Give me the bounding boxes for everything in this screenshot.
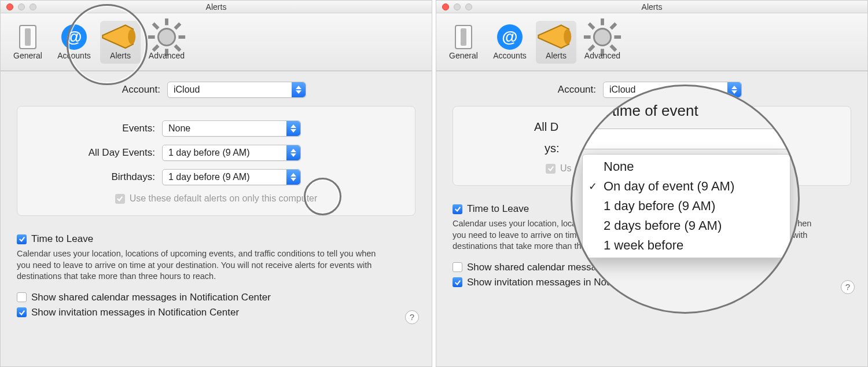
- svg-point-1: [128, 29, 135, 44]
- svg-line-29: [589, 45, 594, 50]
- dropdown-item[interactable]: 2 days before (9 AM): [583, 216, 790, 236]
- birthdays-label-partial: ys:: [545, 142, 560, 155]
- birthdays-label: Birthdays:: [29, 171, 162, 183]
- chevron-updown-icon: [292, 82, 306, 97]
- tab-accounts[interactable]: @ Accounts: [54, 21, 94, 64]
- svg-marker-11: [296, 86, 301, 89]
- time-to-leave-label: Time to Leave: [31, 233, 93, 245]
- svg-marker-17: [290, 173, 296, 177]
- account-select[interactable]: iCloud: [167, 82, 306, 98]
- titlebar: Alerts: [436, 1, 867, 13]
- chevron-updown-icon: [286, 145, 300, 160]
- zoom-overlay: At time of event None ✓On day of event (…: [571, 85, 800, 314]
- dropdown-item[interactable]: None: [583, 157, 790, 177]
- chevron-updown-icon: [286, 170, 300, 185]
- account-label: Account:: [453, 84, 603, 96]
- svg-point-20: [564, 29, 571, 44]
- content-area: Account: iCloud Events: None: [1, 71, 432, 223]
- at-icon: @: [497, 24, 523, 50]
- default-alerts-box: Events: None All Day Events: 1 day befor…: [17, 106, 415, 216]
- tab-accounts[interactable]: @ Accounts: [490, 21, 530, 64]
- show-shared-label: Show shared calendar messages in Notific…: [31, 292, 271, 303]
- megaphone-icon: [536, 23, 576, 51]
- svg-line-27: [611, 45, 616, 50]
- preferences-window-right: Alerts General @ Accounts Alerts Advance…: [436, 0, 868, 367]
- dropdown-item[interactable]: 1 day before (9 AM): [583, 196, 790, 216]
- events-select[interactable]: None: [162, 120, 301, 137]
- svg-point-2: [158, 28, 175, 45]
- svg-line-10: [153, 45, 159, 50]
- show-invite-checkbox[interactable]: [17, 307, 27, 317]
- tab-alerts[interactable]: Alerts: [536, 21, 576, 64]
- svg-marker-31: [731, 90, 737, 94]
- alert-time-dropdown[interactable]: None ✓On day of event (9 AM) 1 day befor…: [582, 154, 790, 258]
- all-day-events-label-partial: All D: [534, 120, 558, 134]
- svg-marker-18: [290, 178, 296, 181]
- tab-advanced[interactable]: Advanced: [582, 21, 623, 64]
- use-defaults-checkbox[interactable]: [546, 164, 556, 174]
- gear-icon: [146, 23, 187, 51]
- switch-icon: [19, 25, 36, 49]
- time-to-leave-checkbox[interactable]: [17, 234, 27, 244]
- use-defaults-row: Use these default alerts on only this co…: [29, 193, 403, 204]
- tab-general[interactable]: General: [8, 21, 48, 64]
- tab-alerts[interactable]: Alerts: [100, 21, 141, 64]
- show-shared-checkbox[interactable]: [17, 292, 27, 302]
- time-to-leave-label: Time to Leave: [467, 203, 529, 215]
- checkmark-icon: ✓: [589, 180, 597, 193]
- gear-icon: [582, 23, 623, 51]
- help-button[interactable]: ?: [841, 280, 855, 294]
- all-day-events-select[interactable]: 1 day before (9 AM): [162, 145, 301, 161]
- megaphone-icon: [100, 23, 141, 51]
- svg-marker-12: [296, 90, 301, 94]
- preferences-window-left: Alerts General @ Accounts Alerts Advance…: [0, 0, 432, 367]
- preferences-toolbar: General @ Accounts Alerts Advanced: [1, 13, 432, 71]
- svg-line-9: [175, 23, 181, 28]
- account-label: Account:: [17, 84, 167, 96]
- at-icon: @: [61, 24, 87, 50]
- time-to-leave-description: Calendar uses your location, locations o…: [17, 248, 387, 282]
- window-title: Alerts: [436, 2, 867, 12]
- show-invite-checkbox[interactable]: [453, 277, 462, 287]
- dropdown-item[interactable]: 1 week before: [583, 236, 790, 255]
- help-button[interactable]: ?: [405, 310, 419, 324]
- svg-marker-16: [290, 153, 296, 157]
- show-invite-label: Show invitation messages in Notification…: [31, 307, 239, 318]
- titlebar: Alerts: [1, 1, 432, 13]
- bottom-options: Time to Leave Calendar uses your locatio…: [1, 223, 432, 329]
- all-day-events-label: All Day Events:: [29, 147, 162, 159]
- svg-line-26: [589, 23, 594, 28]
- events-label: Events:: [29, 123, 162, 134]
- preferences-toolbar: General @ Accounts Alerts Advanced: [436, 13, 867, 71]
- svg-line-7: [153, 23, 159, 28]
- svg-marker-14: [290, 129, 296, 133]
- chevron-updown-icon: [286, 121, 300, 136]
- birthdays-select[interactable]: 1 day before (9 AM): [162, 169, 301, 185]
- tab-advanced[interactable]: Advanced: [146, 21, 187, 64]
- svg-point-21: [594, 28, 610, 45]
- dropdown-item[interactable]: ✓On day of event (9 AM): [583, 177, 790, 196]
- use-defaults-checkbox[interactable]: [115, 194, 125, 204]
- show-shared-checkbox[interactable]: [453, 262, 462, 272]
- svg-marker-30: [731, 86, 737, 89]
- svg-marker-15: [290, 149, 296, 152]
- svg-marker-13: [290, 124, 296, 128]
- switch-icon: [455, 25, 472, 49]
- tab-general[interactable]: General: [443, 21, 484, 64]
- svg-line-28: [611, 23, 616, 28]
- time-to-leave-checkbox[interactable]: [453, 204, 462, 214]
- window-title: Alerts: [1, 2, 432, 12]
- svg-line-8: [175, 45, 181, 50]
